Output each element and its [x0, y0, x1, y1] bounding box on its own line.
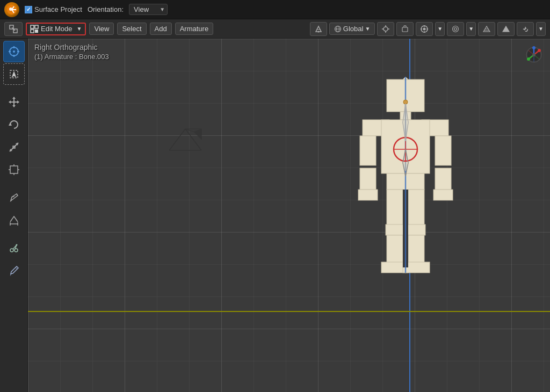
annotate-tool[interactable]	[3, 187, 25, 208]
svg-point-78	[532, 53, 535, 56]
cursor-tool[interactable]	[3, 41, 25, 62]
proportional-btn[interactable]	[396, 22, 414, 36]
grid-major	[28, 39, 550, 392]
top-bar: Surface Project Orientation: View Front …	[0, 0, 550, 19]
svg-point-114	[403, 100, 408, 104]
add-menu-btn[interactable]: Add	[150, 23, 172, 35]
svg-marker-46	[12, 97, 16, 99]
grid-minor	[28, 39, 550, 392]
move-tool[interactable]	[3, 91, 25, 113]
orientation-label: Orientation:	[88, 5, 124, 13]
global-dropdown[interactable]: Global ▼	[329, 23, 375, 35]
overlay-dropdown-btn[interactable]: ▼	[435, 22, 445, 36]
armature-menu-btn[interactable]: Armature	[175, 23, 213, 35]
svg-rect-10	[31, 30, 34, 33]
checkbox-icon	[25, 6, 32, 13]
svg-rect-99	[435, 136, 451, 165]
svg-rect-96	[360, 136, 376, 165]
measure-tool[interactable]	[3, 209, 25, 231]
svg-point-27	[423, 27, 426, 30]
mode-selector[interactable]: Edit Mode ▼	[26, 23, 86, 35]
object-name: (1) Armature : Bone.003	[34, 53, 109, 61]
right-controls: Global ▼	[310, 22, 546, 36]
project-name: Surface Project	[34, 5, 82, 13]
svg-rect-106	[387, 235, 403, 265]
svg-line-69	[16, 267, 17, 269]
svg-rect-22	[402, 27, 408, 32]
svg-rect-101	[433, 190, 453, 200]
svg-line-82	[169, 129, 185, 150]
svg-rect-9	[35, 25, 38, 28]
svg-rect-100	[435, 168, 451, 190]
left-toolbar	[0, 39, 28, 392]
svg-rect-98	[358, 190, 378, 200]
svg-point-81	[527, 57, 530, 61]
pivot-point-btn[interactable]	[310, 22, 327, 36]
svg-marker-43	[12, 71, 16, 77]
ground-line	[28, 311, 550, 312]
grease-pencil-tool[interactable]	[3, 237, 25, 259]
viewport-info: Right Orthographic (1) Armature : Bone.0…	[34, 43, 109, 61]
svg-point-41	[13, 50, 15, 53]
snap-btn[interactable]	[377, 22, 394, 36]
select-menu-btn[interactable]: Select	[117, 23, 146, 35]
svg-marker-49	[17, 100, 19, 104]
blender-logo	[4, 2, 19, 17]
svg-point-33	[454, 27, 457, 30]
svg-rect-102	[387, 190, 403, 227]
select-tool[interactable]	[3, 63, 25, 85]
svg-rect-104	[386, 224, 404, 235]
global-arrow: ▼	[365, 26, 370, 32]
svg-point-79	[538, 49, 541, 52]
mode-label: Edit Mode	[41, 25, 73, 33]
xray-dropdown-btn[interactable]: ▼	[466, 22, 476, 36]
view-name: Right Orthographic	[34, 43, 109, 52]
svg-point-12	[317, 31, 319, 32]
solid-btn[interactable]	[497, 22, 515, 36]
svg-rect-55	[10, 166, 18, 173]
surface-project-checkbox[interactable]: Surface Project	[25, 5, 82, 13]
svg-point-17	[383, 27, 388, 31]
view-dropdown-wrapper[interactable]: View Front Back Right Left Top Bottom ▼	[129, 4, 168, 15]
orientation-gizmo[interactable]	[524, 45, 544, 64]
svg-point-68	[16, 244, 17, 246]
rotate-tool[interactable]	[3, 114, 25, 135]
global-icon	[334, 25, 342, 33]
camera-object	[164, 124, 207, 156]
link-btn[interactable]	[517, 22, 534, 36]
mode-dropdown-arrow: ▼	[77, 26, 82, 32]
3d-viewport[interactable]: Right Orthographic (1) Armature : Bone.0…	[28, 39, 550, 392]
svg-marker-47	[12, 105, 16, 107]
transform-tool[interactable]	[3, 159, 25, 180]
svg-marker-50	[9, 122, 12, 126]
svg-rect-107	[408, 235, 424, 265]
draw-tool[interactable]	[3, 260, 25, 281]
svg-point-80	[532, 46, 535, 49]
svg-rect-103	[408, 190, 424, 227]
svg-rect-8	[31, 25, 34, 28]
overlay-btn[interactable]	[416, 22, 433, 36]
svg-marker-85	[193, 129, 201, 140]
view-dropdown[interactable]: View Front Back Right Left Top Bottom	[129, 4, 168, 15]
svg-rect-105	[407, 224, 425, 235]
svg-rect-97	[360, 168, 376, 190]
mode-icon	[30, 25, 39, 33]
scale-tool[interactable]	[3, 136, 25, 158]
global-label: Global	[343, 25, 364, 33]
svg-marker-48	[9, 100, 11, 104]
object-data-icon[interactable]	[4, 22, 23, 36]
svg-point-32	[453, 26, 459, 32]
view-menu-btn[interactable]: View	[89, 23, 114, 35]
svg-rect-11	[35, 30, 38, 33]
robot-armature: .robot-fill { fill: #e8e0c8; stroke: #c8…	[346, 74, 465, 278]
main-toolbar: Edit Mode ▼ View Select Add Armature Glo…	[0, 19, 550, 39]
xray-btn[interactable]	[447, 22, 464, 36]
main-area: Right Orthographic (1) Armature : Bone.0…	[0, 39, 550, 392]
link-dropdown-btn[interactable]: ▼	[536, 22, 546, 36]
wireframe-btn[interactable]	[478, 22, 495, 36]
